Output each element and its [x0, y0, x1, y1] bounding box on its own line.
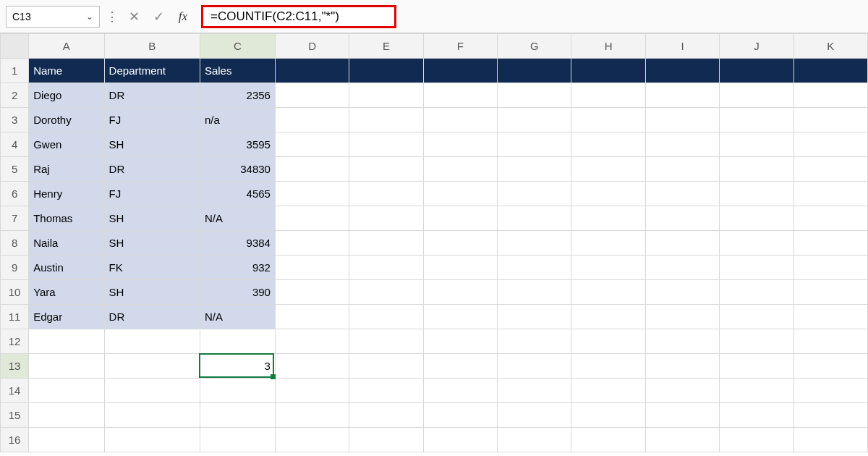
cell-D13[interactable] — [275, 354, 349, 379]
cell-J16[interactable] — [720, 428, 793, 452]
cell-E8[interactable] — [349, 231, 423, 256]
cell-F11[interactable] — [423, 305, 497, 329]
cell-F12[interactable] — [423, 329, 497, 354]
cell-G6[interactable] — [498, 182, 571, 206]
cell-D11[interactable] — [275, 305, 349, 329]
cell-B12[interactable] — [104, 329, 200, 354]
cell-G10[interactable] — [498, 280, 571, 305]
cell-H9[interactable] — [571, 256, 645, 280]
column-header-F[interactable]: F — [423, 34, 497, 59]
cell-B16[interactable] — [104, 428, 200, 452]
cell-A7[interactable]: Thomas — [29, 206, 104, 231]
cell-H8[interactable] — [571, 231, 645, 256]
cell-B7[interactable]: SH — [104, 206, 200, 231]
cell-J10[interactable] — [720, 280, 793, 305]
cell-A4[interactable]: Gwen — [29, 132, 104, 157]
column-header-K[interactable]: K — [793, 34, 867, 59]
cell-G2[interactable] — [498, 83, 571, 108]
cell-K14[interactable] — [793, 379, 867, 403]
cell-I15[interactable] — [645, 403, 719, 428]
row-header-9[interactable]: 9 — [1, 256, 29, 280]
cell-G8[interactable] — [498, 231, 571, 256]
cell-H15[interactable] — [571, 403, 645, 428]
cell-I11[interactable] — [645, 305, 719, 329]
cell-C12[interactable] — [200, 329, 275, 354]
cell-H1[interactable] — [571, 59, 645, 83]
cell-B5[interactable]: DR — [104, 157, 200, 182]
cell-I4[interactable] — [645, 132, 719, 157]
cell-A2[interactable]: Diego — [29, 83, 104, 108]
cell-I13[interactable] — [645, 354, 719, 379]
cell-C7[interactable]: N/A — [200, 206, 275, 231]
cell-E10[interactable] — [349, 280, 423, 305]
cell-A10[interactable]: Yara — [29, 280, 104, 305]
cell-K10[interactable] — [793, 280, 867, 305]
row-header-10[interactable]: 10 — [1, 280, 29, 305]
cell-E13[interactable] — [349, 354, 423, 379]
cell-B8[interactable]: SH — [104, 231, 200, 256]
cell-K9[interactable] — [793, 256, 867, 280]
column-header-E[interactable]: E — [349, 34, 423, 59]
cell-K5[interactable] — [793, 157, 867, 182]
cell-C15[interactable] — [200, 403, 275, 428]
cell-G11[interactable] — [498, 305, 571, 329]
cell-C16[interactable] — [200, 428, 275, 452]
cell-H10[interactable] — [571, 280, 645, 305]
cell-D5[interactable] — [275, 157, 349, 182]
cell-J12[interactable] — [720, 329, 793, 354]
cell-C5[interactable]: 34830 — [200, 157, 275, 182]
cell-E4[interactable] — [349, 132, 423, 157]
cell-E14[interactable] — [349, 379, 423, 403]
cell-B3[interactable]: FJ — [104, 108, 200, 132]
cell-I7[interactable] — [645, 206, 719, 231]
row-header-13[interactable]: 13 — [1, 354, 29, 379]
cell-J11[interactable] — [720, 305, 793, 329]
cell-F4[interactable] — [423, 132, 497, 157]
cell-J6[interactable] — [720, 182, 793, 206]
cell-J15[interactable] — [720, 403, 793, 428]
insert-function-button[interactable]: fx — [174, 7, 192, 26]
cell-I12[interactable] — [645, 329, 719, 354]
row-header-6[interactable]: 6 — [1, 182, 29, 206]
cell-C14[interactable] — [200, 379, 275, 403]
column-header-A[interactable]: A — [29, 34, 104, 59]
cell-A5[interactable]: Raj — [29, 157, 104, 182]
cell-I9[interactable] — [645, 256, 719, 280]
cell-G13[interactable] — [498, 354, 571, 379]
cell-A9[interactable]: Austin — [29, 256, 104, 280]
name-box[interactable]: C13 ⌄ — [6, 6, 100, 28]
cell-D12[interactable] — [275, 329, 349, 354]
cell-E2[interactable] — [349, 83, 423, 108]
cell-G14[interactable] — [498, 379, 571, 403]
cell-K11[interactable] — [793, 305, 867, 329]
cell-A16[interactable] — [29, 428, 104, 452]
cell-G15[interactable] — [498, 403, 571, 428]
cell-C4[interactable]: 3595 — [200, 132, 275, 157]
cell-I6[interactable] — [645, 182, 719, 206]
cell-F14[interactable] — [423, 379, 497, 403]
cell-B4[interactable]: SH — [104, 132, 200, 157]
cell-A13[interactable] — [29, 354, 104, 379]
cell-J5[interactable] — [720, 157, 793, 182]
cell-I2[interactable] — [645, 83, 719, 108]
cell-G3[interactable] — [498, 108, 571, 132]
cell-F3[interactable] — [423, 108, 497, 132]
spreadsheet-grid[interactable]: ABCDEFGHIJK1NameDepartmentSales2DiegoDR2… — [0, 33, 868, 452]
cell-A1[interactable]: Name — [29, 59, 104, 83]
cell-I8[interactable] — [645, 231, 719, 256]
cell-H14[interactable] — [571, 379, 645, 403]
cell-H5[interactable] — [571, 157, 645, 182]
cell-G16[interactable] — [498, 428, 571, 452]
column-header-D[interactable]: D — [275, 34, 349, 59]
cell-K8[interactable] — [793, 231, 867, 256]
cell-G5[interactable] — [498, 157, 571, 182]
cell-I5[interactable] — [645, 157, 719, 182]
cell-F7[interactable] — [423, 206, 497, 231]
cell-E1[interactable] — [349, 59, 423, 83]
cell-E6[interactable] — [349, 182, 423, 206]
column-header-G[interactable]: G — [498, 34, 571, 59]
cell-J7[interactable] — [720, 206, 793, 231]
cell-H7[interactable] — [571, 206, 645, 231]
cell-D7[interactable] — [275, 206, 349, 231]
cell-J14[interactable] — [720, 379, 793, 403]
